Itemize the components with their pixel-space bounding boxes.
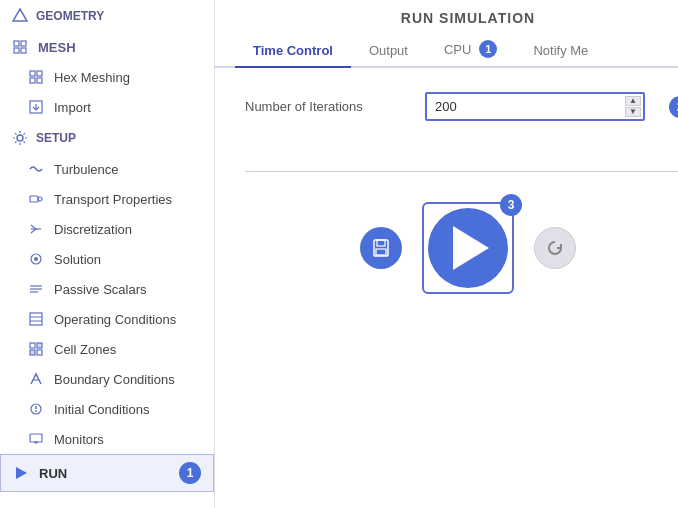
run-controls: 3 — [245, 202, 678, 294]
iterations-input-wrapper: ▲ ▼ — [425, 92, 645, 121]
operating-conditions-label: Operating Conditions — [54, 312, 176, 327]
monitors-label: Monitors — [54, 432, 104, 447]
sidebar-section-setup[interactable]: SETUP — [0, 122, 214, 154]
save-icon — [371, 238, 391, 258]
turbulence-icon — [28, 161, 44, 177]
main-content: RUN SIMULATION Time Control Output CPU 1… — [215, 0, 678, 508]
discretization-icon — [28, 221, 44, 237]
svg-rect-6 — [37, 71, 42, 76]
boundary-conditions-label: Boundary Conditions — [54, 372, 175, 387]
sidebar-item-boundary-conditions[interactable]: Boundary Conditions — [0, 364, 214, 394]
geometry-icon — [12, 8, 28, 24]
svg-rect-23 — [30, 343, 35, 348]
run-badge: 1 — [179, 462, 201, 484]
svg-point-13 — [38, 197, 42, 201]
solution-label: Solution — [54, 252, 101, 267]
play-button[interactable] — [428, 208, 508, 288]
passive-scalars-icon — [28, 281, 44, 297]
svg-rect-25 — [30, 350, 35, 355]
svg-point-30 — [35, 410, 37, 412]
separator — [245, 171, 678, 172]
play-badge: 3 — [500, 194, 522, 216]
solution-icon — [28, 251, 44, 267]
svg-marker-0 — [13, 9, 27, 21]
svg-rect-20 — [30, 313, 42, 325]
svg-rect-1 — [14, 41, 19, 46]
reset-icon — [545, 238, 565, 258]
svg-rect-7 — [30, 78, 35, 83]
run-icon — [13, 465, 29, 481]
spinner-down[interactable]: ▼ — [625, 107, 641, 117]
svg-point-11 — [17, 135, 23, 141]
run-label: RUN — [39, 466, 67, 481]
svg-rect-4 — [21, 48, 26, 53]
geometry-label: GEOMETRY — [36, 9, 104, 23]
iterations-spinner: ▲ ▼ — [625, 96, 641, 117]
save-button[interactable] — [360, 227, 402, 269]
monitors-icon — [28, 431, 44, 447]
svg-rect-8 — [37, 78, 42, 83]
sidebar-section-geometry[interactable]: GEOMETRY — [0, 0, 214, 32]
import-icon — [28, 99, 44, 115]
sidebar-item-discretization[interactable]: Discretization — [0, 214, 214, 244]
initial-conditions-icon — [28, 401, 44, 417]
svg-rect-24 — [37, 343, 42, 348]
sidebar-item-mesh-header[interactable]: MESH — [0, 32, 214, 62]
tabs-bar: Time Control Output CPU 1 Notify Me — [215, 32, 678, 68]
svg-rect-3 — [14, 48, 19, 53]
sidebar-item-solution[interactable]: Solution — [0, 244, 214, 274]
play-button-wrapper: 3 — [422, 202, 514, 294]
turbulence-label: Turbulence — [54, 162, 119, 177]
sidebar-item-cell-zones[interactable]: Cell Zones — [0, 334, 214, 364]
svg-rect-37 — [376, 249, 386, 255]
iterations-field-row: Number of Iterations ▲ ▼ 2 — [245, 92, 678, 121]
cpu-badge: 1 — [479, 40, 497, 58]
transport-properties-label: Transport Properties — [54, 192, 172, 207]
hex-meshing-label: Hex Meshing — [54, 70, 130, 85]
passive-scalars-label: Passive Scalars — [54, 282, 146, 297]
cell-zones-label: Cell Zones — [54, 342, 116, 357]
tab-time-control[interactable]: Time Control — [235, 35, 351, 68]
page-title: RUN SIMULATION — [215, 0, 678, 32]
iterations-badge: 2 — [669, 96, 678, 118]
sidebar-item-transport-properties[interactable]: Transport Properties — [0, 184, 214, 214]
spinner-up[interactable]: ▲ — [625, 96, 641, 106]
hex-meshing-icon — [28, 69, 44, 85]
import-label: Import — [54, 100, 91, 115]
cell-zones-icon — [28, 341, 44, 357]
content-area: Number of Iterations ▲ ▼ 2 — [215, 68, 678, 508]
svg-rect-12 — [30, 196, 38, 202]
svg-marker-34 — [16, 467, 27, 479]
iterations-input[interactable] — [425, 92, 645, 121]
setup-icon — [12, 130, 28, 146]
svg-rect-31 — [30, 434, 42, 442]
operating-conditions-icon — [28, 311, 44, 327]
reset-button[interactable] — [534, 227, 576, 269]
tab-notify-me[interactable]: Notify Me — [515, 35, 606, 68]
sidebar-item-hex-meshing[interactable]: Hex Meshing — [0, 62, 214, 92]
svg-rect-36 — [377, 240, 385, 246]
sidebar-item-import[interactable]: Import — [0, 92, 214, 122]
svg-rect-2 — [21, 41, 26, 46]
boundary-conditions-icon — [28, 371, 44, 387]
iterations-label: Number of Iterations — [245, 99, 405, 114]
initial-conditions-label: Initial Conditions — [54, 402, 149, 417]
sidebar-item-monitors[interactable]: Monitors — [0, 424, 214, 454]
svg-rect-5 — [30, 71, 35, 76]
play-icon — [453, 226, 489, 270]
discretization-label: Discretization — [54, 222, 132, 237]
mesh-label: MESH — [38, 40, 76, 55]
sidebar-item-turbulence[interactable]: Turbulence — [0, 154, 214, 184]
sidebar-item-operating-conditions[interactable]: Operating Conditions — [0, 304, 214, 334]
sidebar-item-passive-scalars[interactable]: Passive Scalars — [0, 274, 214, 304]
setup-label: SETUP — [36, 131, 76, 145]
transport-icon — [28, 191, 44, 207]
sidebar-item-run[interactable]: RUN 1 — [0, 454, 214, 492]
svg-rect-26 — [37, 350, 42, 355]
sidebar: GEOMETRY MESH Hex Meshing Import SETUP T… — [0, 0, 215, 508]
tab-output[interactable]: Output — [351, 35, 426, 68]
tab-cpu[interactable]: CPU 1 — [426, 32, 515, 68]
svg-point-16 — [34, 257, 38, 261]
sidebar-item-initial-conditions[interactable]: Initial Conditions — [0, 394, 214, 424]
mesh-icon — [12, 39, 28, 55]
